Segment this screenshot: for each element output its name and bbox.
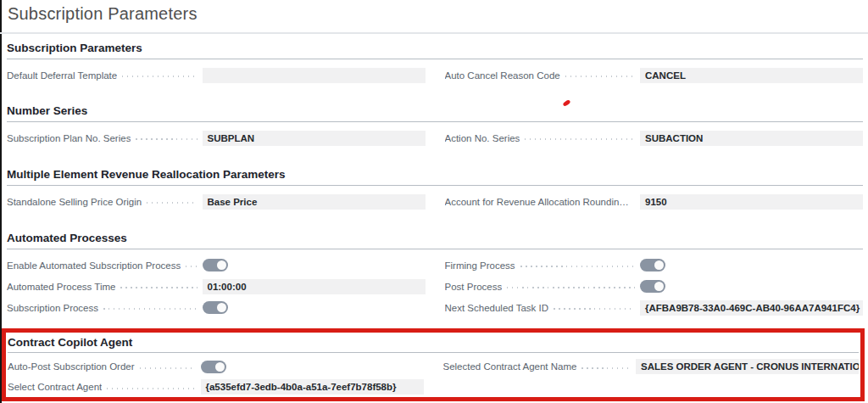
- field-label: Account for Revenue Allocation Rounding …: [445, 197, 631, 207]
- field-enable-automated-subscription-process: Enable Automated Subscription Process: [7, 255, 426, 276]
- field-select-contract-agent: Select Contract Agent {a535efd7-3edb-4b0…: [8, 377, 424, 397]
- section-header[interactable]: Number Series: [7, 102, 863, 122]
- rounding-difference-account-input[interactable]: 9150: [640, 194, 863, 210]
- field-next-scheduled-task-id: Next Scheduled Task ID {AFBA9B78-33A0-46…: [445, 297, 864, 318]
- dotted-leader: [520, 266, 635, 267]
- field-label: Firming Process: [445, 260, 515, 271]
- red-highlight-rectangle: Contract Copilot Agent Auto-Post Subscri…: [2, 328, 865, 401]
- toggle-knob: [217, 260, 226, 270]
- firming-process-toggle[interactable]: [640, 259, 665, 271]
- field-label: Select Contract Agent: [8, 382, 102, 392]
- field-standalone-selling-price-origin: Standalone Selling Price Origin Base Pri…: [7, 191, 426, 212]
- page-title: Subscription Parameters: [8, 4, 198, 24]
- dotted-leader: [136, 138, 197, 140]
- field-label: Standalone Selling Price Origin: [7, 197, 142, 207]
- dotted-leader: [581, 367, 631, 369]
- default-deferral-template-input[interactable]: [203, 68, 426, 83]
- section-revenue-reallocation: Multiple Element Revenue Reallocation Pa…: [7, 165, 863, 212]
- toggle-knob: [654, 282, 664, 291]
- dotted-leader: [186, 266, 197, 267]
- section-header[interactable]: Automated Processes: [7, 229, 863, 249]
- section-automated-processes: Automated Processes Enable Automated Sub…: [7, 229, 863, 318]
- toggle-knob: [217, 303, 226, 312]
- dotted-leader: [565, 76, 635, 77]
- field-default-deferral-template: Default Deferral Template: [7, 64, 426, 86]
- section-header[interactable]: Multiple Element Revenue Reallocation Pa…: [7, 165, 863, 186]
- field-label: Selected Contract Agent Name: [443, 361, 577, 372]
- field-label: Default Deferral Template: [7, 70, 117, 81]
- field-subscription-plan-no-series: Subscription Plan No. Series SUBPLAN: [7, 127, 426, 148]
- field-label: Auto Cancel Reason Code: [445, 70, 560, 81]
- section-number-series: Number Series Subscription Plan No. Seri…: [7, 102, 863, 148]
- post-process-toggle[interactable]: [640, 280, 665, 293]
- field-label: Action No. Series: [445, 133, 520, 143]
- field-label: Automated Process Time: [7, 282, 115, 292]
- dotted-leader: [140, 367, 196, 369]
- section-subscription-parameters: Subscription Parameters Default Deferral…: [7, 39, 863, 86]
- field-firming-process: Firming Process: [445, 255, 864, 276]
- field-subscription-process: Subscription Process: [7, 297, 426, 318]
- subscription-process-toggle[interactable]: [203, 301, 228, 314]
- field-action-no-series: Action No. Series SUBACTION: [445, 127, 864, 148]
- selected-contract-agent-name-input[interactable]: SALES ORDER AGENT - CRONUS INTERNATIONAL…: [636, 359, 859, 374]
- dotted-leader: [120, 287, 197, 288]
- section-header[interactable]: Contract Copilot Agent: [8, 334, 859, 353]
- auto-post-subscription-order-toggle[interactable]: [201, 361, 226, 373]
- field-auto-post-subscription-order: Auto-Post Subscription Order: [8, 356, 424, 377]
- action-no-series-input[interactable]: SUBACTION: [640, 131, 863, 146]
- dotted-leader: [122, 76, 197, 77]
- dotted-leader: [507, 287, 635, 288]
- toggle-knob: [654, 260, 664, 270]
- field-label: Next Scheduled Task ID: [445, 303, 549, 313]
- field-post-process: Post Process: [445, 276, 864, 297]
- field-label: Subscription Process: [7, 303, 98, 313]
- field-label: Enable Automated Subscription Process: [7, 260, 181, 271]
- field-label: Post Process: [445, 282, 503, 292]
- select-contract-agent-input[interactable]: {a535efd7-3edb-4b0a-a51a-7eef7b78f58b}: [201, 379, 424, 395]
- section-header[interactable]: Subscription Parameters: [7, 39, 863, 59]
- field-label: Auto-Post Subscription Order: [8, 361, 135, 372]
- toggle-knob: [215, 362, 225, 372]
- automated-process-time-input[interactable]: 01:00:00: [203, 279, 426, 294]
- subscription-plan-no-series-input[interactable]: SUBPLAN: [203, 131, 426, 146]
- dotted-leader: [525, 138, 635, 140]
- field-auto-cancel-reason-code: Auto Cancel Reason Code CANCEL: [445, 64, 864, 86]
- dotted-leader: [103, 308, 197, 310]
- field-label: Subscription Plan No. Series: [7, 133, 131, 143]
- enable-automated-subscription-process-toggle[interactable]: [203, 259, 228, 271]
- field-rounding-difference-account: Account for Revenue Allocation Rounding …: [445, 191, 864, 212]
- dotted-leader: [107, 388, 195, 389]
- field-selected-contract-agent-name: Selected Contract Agent Name SALES ORDER…: [443, 356, 860, 377]
- standalone-selling-price-origin-input[interactable]: Base Price: [203, 194, 426, 210]
- auto-cancel-reason-code-input[interactable]: CANCEL: [640, 68, 863, 83]
- dotted-leader: [147, 202, 197, 204]
- next-scheduled-task-id-input[interactable]: {AFBA9B78-33A0-469C-AB40-96AA7A941FC4}: [640, 300, 863, 316]
- section-contract-copilot-agent: Contract Copilot Agent Auto-Post Subscri…: [8, 334, 859, 397]
- field-automated-process-time: Automated Process Time 01:00:00: [7, 276, 426, 297]
- title-divider: [0, 32, 868, 34]
- dotted-leader: [554, 308, 635, 310]
